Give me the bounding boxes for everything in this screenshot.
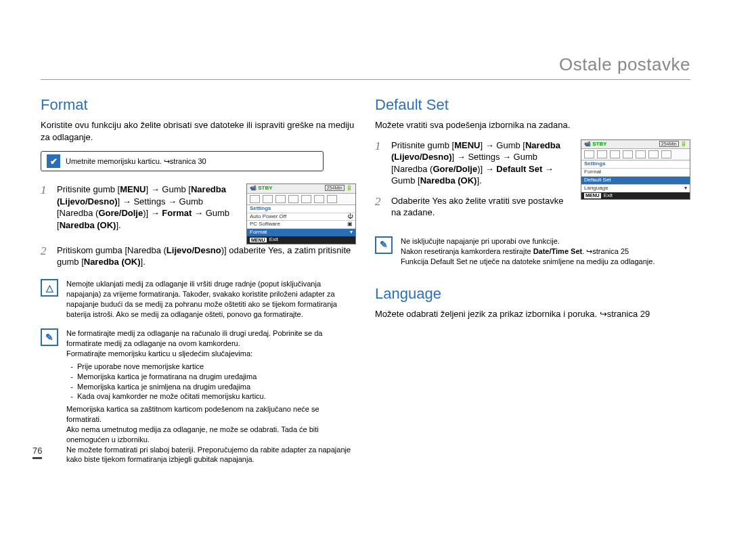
list-item: Memorijska kartica je formatirana na dru…: [77, 372, 356, 382]
txt: ].: [116, 220, 120, 230]
info-text: . ↪stranica 25: [582, 247, 629, 255]
menu-item-selected: Default Set: [584, 177, 611, 184]
exit-label: Exit: [269, 237, 278, 243]
txt: Pritisnite gumb [: [57, 184, 120, 194]
chapter-title: Ostale postavke: [41, 54, 690, 75]
lcd-default-set-screenshot: 📹 STBY254Min 🔋 Settings Format Default S…: [581, 139, 690, 200]
menu-word: MENU: [454, 140, 480, 150]
menu-badge: MENU: [584, 193, 601, 198]
format-word: Format: [162, 208, 192, 218]
format-heading: Format: [41, 96, 356, 114]
default-set-heading: Default Set: [375, 96, 690, 114]
ok-word: Naredba (OK): [84, 257, 141, 267]
warning-icon: △: [41, 279, 58, 297]
info-icon: ✎: [375, 236, 393, 254]
txt: )] →: [477, 164, 496, 174]
precheck-text: Umetnite memorijsku karticu. ↪stranica 3…: [66, 157, 206, 166]
direction-ud: Gore/Dolje: [433, 164, 477, 174]
ok-word: Naredba (OK): [420, 175, 477, 186]
info-text: Nakon resetiranja kamkordera restirajte: [401, 247, 533, 255]
info-text: Formatirajte memorijsku karticu u sljede…: [66, 349, 356, 359]
txt: )] →: [143, 208, 162, 218]
info-text: Ne možete formatirati pri slaboj baterij…: [66, 445, 356, 465]
info-text: Ne isključujte napajanje pri uporabi ove…: [401, 236, 655, 246]
precheck-box: ✔ Umetnite memorijsku karticu. ↪stranica…: [41, 151, 324, 171]
info-text: Memorijska kartica sa zaštitnom karticom…: [66, 404, 356, 425]
check-icon: ✔: [47, 154, 60, 168]
format-step-1: 1 Pritisnite gumb [MENU] → Gumb [Naredba…: [41, 184, 240, 232]
settings-label: Settings: [247, 205, 355, 213]
right-column: Default Set Možete vratiti sva podešenja…: [375, 96, 690, 465]
menu-item: Language: [584, 186, 608, 192]
format-step-2: 2 Pritiskom gumba [Naredba (Lijevo/Desno…: [41, 244, 356, 270]
info-text: Ako nema umetnutog medija za odlaganje, …: [66, 425, 356, 445]
info-note: ✎ Ne formatirajte medij za odlaganje na …: [41, 328, 356, 465]
default-set-word: Default Set: [496, 164, 542, 174]
txt: ] → Gumb [: [146, 184, 190, 194]
menu-badge: MENU: [250, 238, 267, 243]
language-heading: Language: [375, 285, 690, 303]
txt: Pritiskom gumba [Naredba (: [57, 245, 167, 255]
info-text: Ne formatirajte medij za odlaganje na ra…: [66, 328, 356, 349]
menu-item: Auto Power Off: [250, 214, 286, 220]
default-set-info: ✎ Ne isključujte napajanje pri uporabi o…: [375, 236, 690, 267]
info-icon: ✎: [41, 328, 58, 346]
stby-label: STBY: [258, 185, 272, 191]
lcd-format-screenshot: 📹 STBY254Min 🔋 Settings Auto Power Off⏻ …: [246, 184, 356, 244]
direction-lr: Lijevo/Desno: [167, 245, 221, 255]
left-column: Format Koristite ovu funkciju ako želite…: [41, 96, 356, 465]
menu-item: PC Software: [250, 221, 280, 228]
list-item: Prije uporabe nove memorijske kartice: [77, 362, 356, 372]
warning-text: Nemojte uklanjati medij za odlaganje ili…: [66, 279, 356, 319]
format-intro: Koristite ovu funkciju ako želite obrisa…: [41, 119, 356, 143]
divider: [41, 79, 690, 80]
warning-note: △ Nemojte uklanjati medij za odlaganje i…: [41, 279, 356, 319]
rec-time: 254Min: [325, 185, 345, 191]
direction-ud: Gore/Dolje: [98, 208, 143, 218]
txt: Odaberite Yes ako želite vratiti sve pos…: [391, 195, 574, 219]
list-item: Memorijska kartica je snimljena na drugi…: [77, 382, 356, 392]
menu-item-selected: Format: [250, 230, 267, 236]
date-time-set: Date/Time Set: [533, 247, 583, 255]
info-text: Funkcija Default Set ne utječe na datote…: [401, 257, 655, 267]
rec-time: 254Min: [659, 141, 679, 147]
txt: ] → Gumb [: [480, 140, 525, 150]
default-set-intro: Možete vratiti sva podešenja izbornika n…: [375, 119, 690, 131]
page-number: 76: [32, 446, 42, 459]
menu-word: MENU: [120, 184, 146, 194]
default-set-step-2: 2 Odaberite Yes ako želite vratiti sve p…: [375, 195, 574, 220]
exit-label: Exit: [604, 193, 613, 199]
stby-label: STBY: [592, 141, 606, 147]
menu-item: Format: [584, 169, 601, 175]
txt: Pritisnite gumb [: [391, 140, 454, 150]
list-item: Kada ovaj kamkorder ne može očitati memo…: [77, 391, 356, 402]
ok-word: Naredba (OK): [60, 220, 116, 230]
txt: ].: [141, 257, 146, 267]
settings-label: Settings: [581, 160, 690, 168]
txt: ].: [477, 175, 481, 186]
default-set-step-1: 1 Pritisnite gumb [MENU] → Gumb [Naredba…: [375, 139, 574, 188]
language-text: Možete odabrati željeni jezik za prikaz …: [375, 308, 690, 320]
